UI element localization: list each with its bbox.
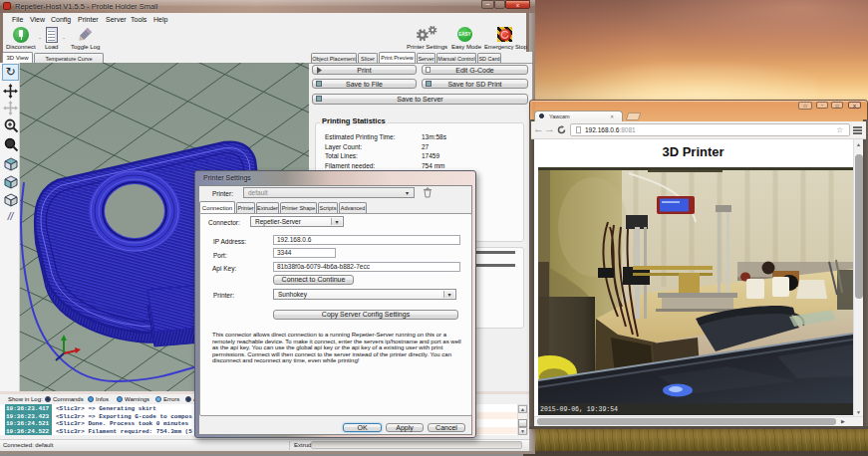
svg-text:2015-09-06, 19:39:54: 2015-09-06, 19:39:54 [540, 406, 618, 413]
